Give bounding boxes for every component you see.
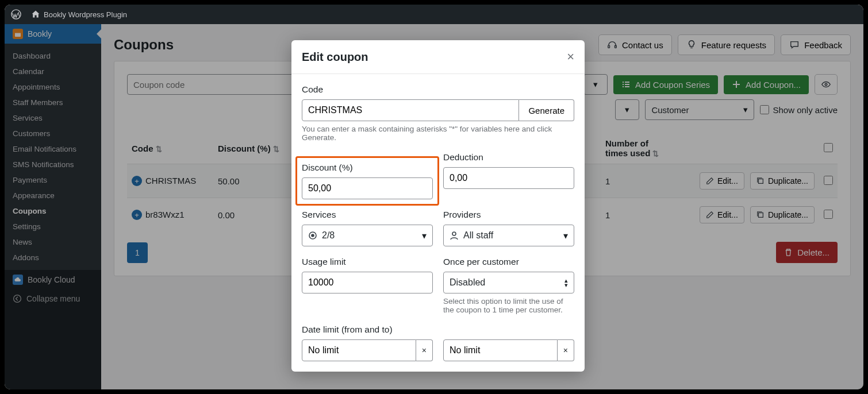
modal-title: Edit coupon: [302, 51, 368, 64]
deduction-input[interactable]: [443, 167, 574, 189]
date-to-clear-button[interactable]: ×: [558, 339, 574, 361]
wp-adminbar: Bookly Wordpress Plugin: [5, 5, 863, 24]
once-hint: Select this option to limit the use of t…: [443, 297, 574, 314]
providers-value: All staff: [463, 230, 493, 241]
updown-icon: ▴▾: [564, 278, 568, 287]
modal-close-button[interactable]: ×: [567, 49, 574, 64]
once-label: Once per customer: [443, 257, 574, 267]
discount-input[interactable]: [302, 177, 433, 199]
date-from-input[interactable]: [302, 339, 416, 361]
svg-point-10: [312, 234, 314, 237]
services-label: Services: [302, 210, 433, 220]
once-per-customer-select[interactable]: Disabled ▴▾: [443, 272, 574, 293]
caret-down-icon: ▾: [563, 230, 568, 241]
providers-dropdown[interactable]: All staff ▾: [443, 225, 574, 246]
discount-label: Discount (%): [302, 163, 433, 173]
services-value: 2/8: [322, 230, 335, 241]
once-value: Disabled: [450, 277, 485, 288]
site-link[interactable]: Bookly Wordpress Plugin: [31, 10, 127, 19]
code-input[interactable]: [302, 99, 519, 121]
caret-down-icon: ▾: [422, 230, 427, 241]
close-icon: ×: [422, 346, 427, 355]
svg-point-11: [452, 232, 456, 235]
date-from-clear-button[interactable]: ×: [416, 339, 433, 361]
edit-coupon-modal: Edit coupon × Code Generate You can ente…: [291, 40, 585, 372]
providers-label: Providers: [443, 210, 574, 220]
user-icon: [450, 231, 459, 240]
usage-label: Usage limit: [302, 257, 433, 267]
generate-button[interactable]: Generate: [519, 99, 574, 121]
code-hint: You can enter a mask containing asterisk…: [302, 125, 574, 142]
wordpress-logo-icon[interactable]: [10, 9, 22, 20]
target-icon: [308, 231, 317, 240]
site-name: Bookly Wordpress Plugin: [44, 10, 127, 19]
discount-highlight: Discount (%): [295, 156, 439, 206]
close-icon: ×: [563, 346, 568, 355]
close-icon: ×: [567, 49, 574, 64]
deduction-label: Deduction: [443, 152, 574, 163]
services-dropdown[interactable]: 2/8 ▾: [302, 225, 433, 246]
home-icon: [31, 10, 40, 19]
usage-limit-input[interactable]: [302, 272, 433, 293]
date-limit-label: Date limit (from and to): [302, 325, 574, 335]
code-label: Code: [302, 84, 574, 95]
date-to-input[interactable]: [443, 339, 558, 361]
